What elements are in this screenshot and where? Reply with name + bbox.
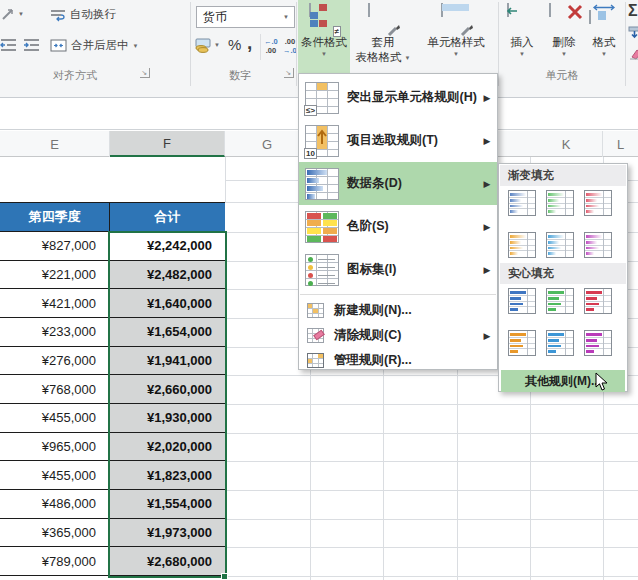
menu-item-manage-rules[interactable]: 管理规则(R)... xyxy=(299,348,497,373)
cell-q4[interactable]: ¥827,000 xyxy=(0,232,110,260)
cell-q4[interactable]: ¥221,000 xyxy=(0,261,110,289)
cell-total[interactable]: ¥2,680,000 xyxy=(110,547,225,575)
column-header-f[interactable]: F xyxy=(110,131,225,157)
merge-center-button[interactable]: 合并后居中 ▼ xyxy=(46,36,142,55)
wrap-text-button[interactable]: 自动换行 xyxy=(46,5,120,24)
gradient-lightblue-data-bar-option[interactable] xyxy=(546,232,574,258)
cell-q4[interactable]: ¥965,000 xyxy=(0,433,110,461)
cell-total[interactable]: ¥1,930,000 xyxy=(110,404,225,432)
menu-item-label: 清除规则(C) xyxy=(334,327,479,344)
table-row[interactable]: ¥789,000¥2,680,000 xyxy=(0,547,225,576)
table-header-q4[interactable]: 第四季度 xyxy=(0,203,110,231)
table-row[interactable]: ¥233,000¥1,654,000 xyxy=(0,318,225,347)
format-cells-button[interactable]: 格式 ▼ xyxy=(585,0,623,73)
menu-item-data-bars[interactable]: 数据条(D) ▶ xyxy=(299,162,497,205)
table-row[interactable]: ¥365,000¥1,973,000 xyxy=(0,519,225,548)
menu-item-clear-rules[interactable]: 清除规则(C) ▶ xyxy=(299,323,497,348)
decrease-indent-button[interactable] xyxy=(0,38,17,52)
cell-q4[interactable]: ¥789,000 xyxy=(0,547,110,575)
dropdown-arrow-icon: ▼ xyxy=(214,42,220,48)
conditional-formatting-button[interactable]: ≠ 条件格式 ▼ xyxy=(298,0,350,73)
table-row[interactable]: ¥827,000¥2,242,000 xyxy=(0,232,225,261)
table-header-total[interactable]: 合计 xyxy=(110,203,225,231)
insert-cells-button[interactable]: 插入 ▼ xyxy=(502,0,542,73)
table-row[interactable]: ¥455,000¥1,930,000 xyxy=(0,404,225,433)
autosum-button[interactable]: Σ xyxy=(628,2,638,20)
cell-total[interactable]: ¥1,941,000 xyxy=(110,347,225,375)
solid-lightblue-data-bar-option[interactable] xyxy=(546,330,574,356)
group-separator xyxy=(625,2,626,86)
solid-red-data-bar-option[interactable] xyxy=(584,288,612,314)
solid-purple-data-bar-option[interactable] xyxy=(584,330,612,356)
cell-total[interactable]: ¥1,640,000 xyxy=(110,289,225,317)
cell-q4[interactable]: ¥365,000 xyxy=(0,519,110,547)
menu-item-new-rule[interactable]: 新建规则(N)... xyxy=(299,298,497,323)
increase-decimal-button[interactable]: ←.0 .00 xyxy=(264,37,278,55)
gridline xyxy=(225,547,638,548)
cell-total[interactable]: ¥2,660,000 xyxy=(110,375,225,403)
cell-q4[interactable]: ¥276,000 xyxy=(0,347,110,375)
menu-item-top-bottom-rules[interactable]: 10 项目选取规则(T) ▶ xyxy=(299,119,497,162)
menu-item-icon-sets[interactable]: 图标集(I) ▶ xyxy=(299,248,497,291)
delete-cells-button[interactable]: 删除 ▼ xyxy=(544,0,584,73)
increase-decimal-top: ←.0 xyxy=(264,37,278,46)
decrease-decimal-button[interactable]: .00 →.0 xyxy=(283,37,297,55)
table-row[interactable]: ¥486,000¥1,554,000 xyxy=(0,490,225,519)
cell-total[interactable]: ¥2,242,000 xyxy=(110,232,225,260)
dialog-launcher-icon[interactable]: ↘ xyxy=(140,68,150,78)
cell-total[interactable]: ¥1,654,000 xyxy=(110,318,225,346)
format-as-table-label-2: 表格格式 xyxy=(356,51,402,64)
cell-q4[interactable]: ¥233,000 xyxy=(0,318,110,346)
gradient-fill-section-label: 渐变填充 xyxy=(500,165,626,186)
menu-item-label: 数据条(D) xyxy=(347,175,479,192)
solid-orange-data-bar-option[interactable] xyxy=(508,330,536,356)
menu-item-label: 项目选取规则(T) xyxy=(347,132,479,149)
gradient-green-data-bar-option[interactable] xyxy=(546,190,574,216)
cell-total[interactable]: ¥1,554,000 xyxy=(110,490,225,518)
increase-indent-button[interactable] xyxy=(23,38,40,52)
gradient-red-data-bar-option[interactable] xyxy=(584,190,612,216)
cell-total[interactable]: ¥1,823,000 xyxy=(110,461,225,489)
table-row[interactable]: ¥421,000¥1,640,000 xyxy=(0,289,225,318)
menu-item-highlight-cells[interactable]: ≤> 突出显示单元格规则(H) ▶ xyxy=(299,76,497,119)
comma-style-button[interactable]: , xyxy=(247,32,252,54)
table-row[interactable]: ¥965,000¥2,020,000 xyxy=(0,433,225,462)
column-header-e[interactable]: E xyxy=(0,131,110,157)
conditional-formatting-menu: ≤> 突出显示单元格规则(H) ▶ 10 项目选取规则(T) ▶ 数据条(D) … xyxy=(298,73,498,370)
accounting-format-button[interactable]: ▼ xyxy=(194,37,220,53)
percent-style-button[interactable]: % xyxy=(228,36,241,53)
cell-total[interactable]: ¥2,020,000 xyxy=(110,433,225,461)
clear-button[interactable] xyxy=(628,48,638,60)
gradient-purple-data-bar-option[interactable] xyxy=(584,232,612,258)
cell-q4[interactable]: ¥768,000 xyxy=(0,375,110,403)
dropdown-arrow-icon: ▼ xyxy=(519,51,525,57)
solid-blue-data-bar-option[interactable] xyxy=(508,288,536,314)
solid-green-data-bar-option[interactable] xyxy=(546,288,574,314)
dialog-launcher-icon[interactable]: ↘ xyxy=(284,68,294,78)
cell-q4[interactable]: ¥421,000 xyxy=(0,289,110,317)
cell-q4[interactable]: ¥455,000 xyxy=(0,461,110,489)
dropdown-arrow-icon: ▼ xyxy=(561,51,567,57)
table-row[interactable]: ¥276,000¥1,941,000 xyxy=(0,347,225,376)
column-header-l[interactable]: L xyxy=(603,131,638,157)
table-row[interactable]: ¥455,000¥1,823,000 xyxy=(0,461,225,490)
cell-total[interactable]: ¥1,973,000 xyxy=(110,519,225,547)
cell-styles-button[interactable]: 单元格样式 ▼ xyxy=(416,0,496,73)
manage-rules-icon xyxy=(307,353,324,368)
text-orientation-button[interactable]: ▼ xyxy=(0,5,24,23)
number-format-select[interactable]: 货币 ▼ xyxy=(196,6,295,28)
cell-q4[interactable]: ¥486,000 xyxy=(0,490,110,518)
fill-handle[interactable] xyxy=(221,573,228,580)
autosum-icon: Σ xyxy=(628,2,638,20)
gradient-blue-data-bar-option[interactable] xyxy=(508,190,536,216)
gradient-orange-data-bar-option[interactable] xyxy=(508,232,536,258)
menu-item-label: 色阶(S) xyxy=(347,218,479,235)
table-row[interactable]: ¥768,000¥2,660,000 xyxy=(0,375,225,404)
table-row[interactable]: ¥221,000¥2,482,000 xyxy=(0,261,225,290)
format-as-table-button[interactable]: 套用 表格格式 ▼ xyxy=(352,0,414,73)
cell-q4[interactable]: ¥455,000 xyxy=(0,404,110,432)
column-header-k[interactable]: K xyxy=(530,131,603,157)
fill-button[interactable] xyxy=(628,26,638,39)
cell-total[interactable]: ¥2,482,000 xyxy=(110,261,225,289)
menu-item-color-scales[interactable]: 色阶(S) ▶ xyxy=(299,205,497,248)
